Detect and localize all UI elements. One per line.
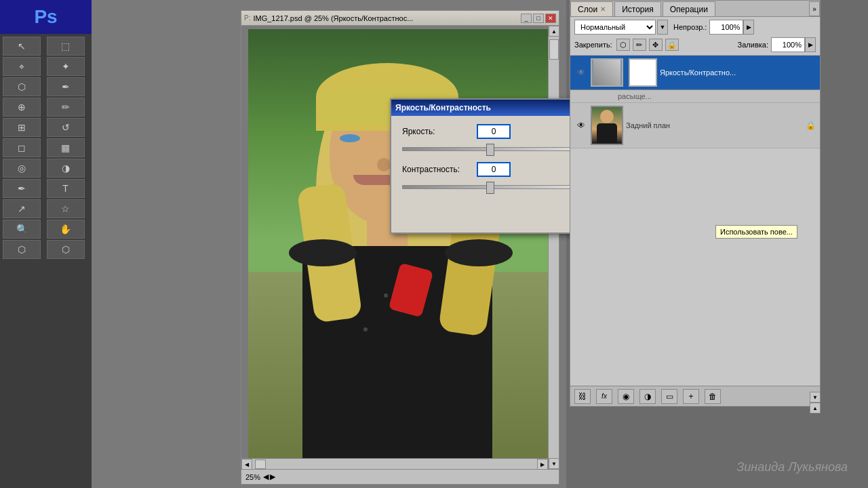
tool-type[interactable]: T [47,179,85,198]
opacity-label: Непрозр.: [673,23,707,31]
brightness-input[interactable] [477,124,511,139]
scrollbar-h-thumb[interactable] [255,460,266,469]
bc-layer-thumb2 [629,58,657,87]
scrollbar-down-btn[interactable]: ▼ [549,458,559,469]
brightness-label: Яркость: [402,127,477,136]
tab-history[interactable]: История [614,1,661,16]
brightness-slider-thumb[interactable] [486,144,494,156]
tool-path-select[interactable]: ↗ [3,199,41,218]
toolbar: Ps ↖ ⬚ ⌖ ✦ ⬡ ✒ ⊕ ✏ ⊞ ↺ ◻ ▦ ◎ ◑ ✒ T ↗ ☆ 🔍… [0,0,92,488]
layers-bottom-toolbar: ⛓ fx ◉ ◑ ▭ + 🗑 ▲ ▼ [570,386,820,406]
bc-layer-row: 👁 Яркость/Контрастно... [570,56,820,90]
document-window: P: IMG_1217.psd @ 25% (Яркость/Контрастн… [241,10,559,485]
fill-input[interactable] [771,37,805,52]
tabs-scroll-btn[interactable]: » [809,1,820,16]
tool-eyedropper[interactable]: ✒ [47,77,85,96]
fill-arrow-btn[interactable]: ▶ [805,37,816,52]
layer-delete-btn[interactable]: 🗑 [705,389,721,404]
tool-crop[interactable]: ⬡ [3,77,41,96]
doc-minimize-btn[interactable]: _ [521,14,532,23]
layer-adjustment-btn[interactable]: ◑ [639,389,656,404]
document-canvas: ▲ ▼ ◀ ▶ [241,26,559,469]
canvas-area: P: IMG_1217.psd @ 25% (Яркость/Контрастн… [92,0,566,488]
document-title: IMG_1217.psd @ 25% (Яркость/Контрастнос.… [253,14,521,22]
bg-layer-name: Задний план [626,121,805,129]
document-titlebar: P: IMG_1217.psd @ 25% (Яркость/Контрастн… [241,11,559,26]
opacity-input[interactable] [709,20,743,35]
contrast-slider-track[interactable] [402,185,578,189]
brightness-slider-row [402,147,578,151]
scrollbar-left-btn[interactable]: ◀ [241,459,252,469]
doc-maximize-btn[interactable]: □ [533,14,544,23]
scrollbar-thumb[interactable] [549,39,559,60]
layer-label-row: расыще... [570,90,820,103]
tool-clone[interactable]: ⊞ [3,118,41,137]
layer-sublabel: расыще... [618,92,652,100]
tool-shape[interactable]: ☆ [47,199,85,218]
contrast-label: Контрастность: [402,165,477,174]
tool-grid: ↖ ⬚ ⌖ ✦ ⬡ ✒ ⊕ ✏ ⊞ ↺ ◻ ▦ ◎ ◑ ✒ T ↗ ☆ 🔍 ✋ … [0,34,92,262]
contrast-input[interactable] [477,162,511,177]
watermark: Зинаида Лукьянова [736,460,848,474]
statusbar-nav-right[interactable]: ▶ [270,472,275,481]
opacity-arrow-btn[interactable]: ▶ [743,20,754,35]
tool-history-brush[interactable]: ↺ [47,118,85,137]
layers-panel: Слои ✕ История Операции » Нормальный ▼ Н… [570,0,821,407]
layer-fx-btn[interactable]: fx [596,389,612,404]
tool-blur[interactable]: ◎ [3,159,41,178]
bc-dialog-title: Яркость/Контрастность [395,103,491,113]
document-title-buttons: _ □ ✕ [521,14,556,23]
tool-magic-wand[interactable]: ✦ [47,57,85,76]
contrast-slider-row [402,185,578,189]
tab-operations[interactable]: Операции [663,1,715,16]
tool-3d[interactable]: ⬡ [3,240,41,259]
blend-mode-select[interactable]: Нормальный [574,20,656,35]
document-statusbar: 25% ◀ ▶ [241,469,559,484]
tool-hand[interactable]: ✋ [47,220,85,239]
layer-link-btn[interactable]: ⛓ [574,389,591,404]
layers-row2: Закрепить: ⬡ ✏ ✥ 🔒 Заливка: ▶ [574,37,816,52]
fill-label: Заливка: [738,41,768,49]
lock-all-btn[interactable]: 🔒 [665,39,679,51]
tool-dodge[interactable]: ◑ [47,159,85,178]
tool-arrow[interactable]: ↖ [3,37,41,56]
layers-controls: Нормальный ▼ Непрозр.: ▶ Закрепить: ⬡ ✏ … [570,17,820,56]
doc-close-btn[interactable]: ✕ [545,14,556,23]
lock-label: Закрепить: [574,41,612,49]
tool-brush[interactable]: ✏ [47,98,85,117]
tool-zoom[interactable]: 🔍 [3,220,41,239]
tool-pen[interactable]: ✒ [3,179,41,198]
lock-icons: ⬡ ✏ ✥ 🔒 [616,39,679,51]
mode-arrow-btn[interactable]: ▼ [657,20,668,35]
layers-scroll-up[interactable]: ▲ [810,403,821,413]
lock-image-btn[interactable]: ✏ [633,39,646,51]
layers-scroll-down[interactable]: ▼ [810,392,821,403]
lock-transparent-btn[interactable]: ⬡ [616,39,630,51]
brightness-slider-track[interactable] [402,147,578,151]
bg-layer-lock-icon: 🔒 [805,120,816,131]
layers-tabs: Слои ✕ История Операции » [570,1,820,17]
tool-lasso[interactable]: ⌖ [3,57,41,76]
contrast-row: Контрастность: [402,162,578,177]
tool-extra[interactable]: ⬡ [47,240,85,259]
tooltip: Использовать пове... [715,225,797,239]
lock-position-btn[interactable]: ✥ [649,39,663,51]
contrast-slider-thumb[interactable] [486,182,494,194]
statusbar-nav-left[interactable]: ◀ [263,472,269,481]
zoom-level: 25% [245,473,260,481]
scrollbar-up-btn[interactable]: ▲ [549,26,559,37]
scrollbar-right-btn[interactable]: ▶ [537,459,548,469]
tool-heal[interactable]: ⊕ [3,98,41,117]
bc-left-panel: Яркость: Контрастность: [402,124,589,200]
tool-eraser[interactable]: ◻ [3,138,41,157]
tool-marquee[interactable]: ⬚ [47,37,85,56]
layer-group-btn[interactable]: ▭ [661,389,677,404]
tool-gradient[interactable]: ▦ [47,138,85,157]
bc-layer-eye-btn[interactable]: 👁 [574,66,588,79]
layer-new-btn[interactable]: + [683,389,699,404]
tab-layers[interactable]: Слои ✕ [570,1,613,16]
tab-layers-close[interactable]: ✕ [600,5,606,13]
bg-layer-eye-btn[interactable]: 👁 [574,119,588,132]
tooltip-text: Использовать пове... [720,228,793,236]
layer-mask-btn[interactable]: ◉ [618,389,634,404]
